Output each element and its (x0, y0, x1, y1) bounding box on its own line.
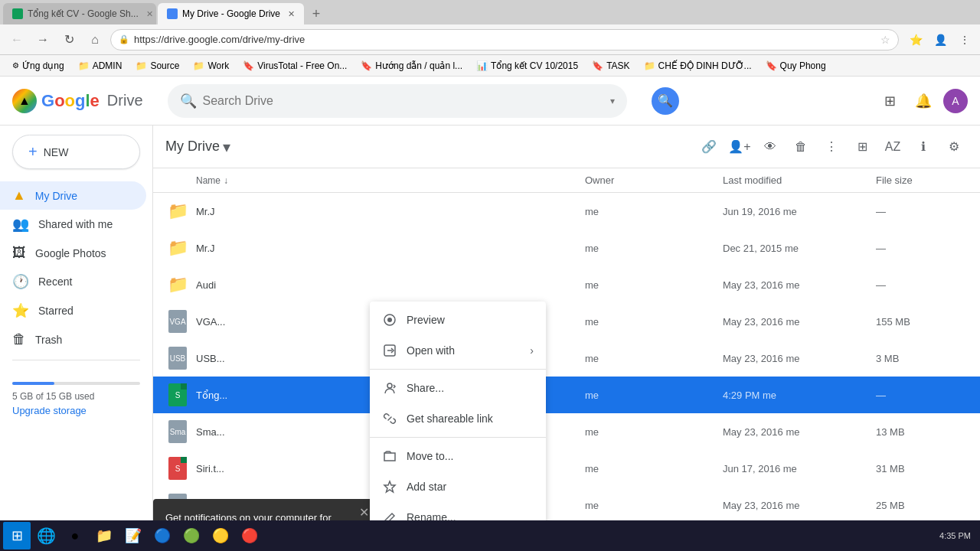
settings-button[interactable]: ⚙ (940, 133, 968, 161)
table-row[interactable]: 📁 Mr.J me Dec 21, 2015 me — (153, 230, 980, 266)
context-menu-item-get-link[interactable]: Get shareable link (370, 403, 546, 434)
bookmark-diet[interactable]: 📁 CHẾ ĐỘ DINH DƯỠ... (638, 59, 758, 73)
table-row[interactable]: S Siri.t... me Jun 17, 2016 me 31 MB (153, 450, 980, 487)
share-link-button[interactable]: 🔗 (695, 133, 723, 161)
tab-sheets[interactable]: Tổng kết CV - Google Sh... ✕ (3, 3, 156, 24)
add-person-button[interactable]: 👤+ (726, 133, 753, 161)
sidebar-item-starred[interactable]: ⭐ Starred (0, 296, 146, 325)
delete-button[interactable]: 🗑 (787, 133, 815, 161)
starred-icon: ⭐ (12, 302, 29, 319)
taskbar-editor-icon[interactable]: 📝 (119, 522, 147, 549)
reload-button[interactable]: ↻ (58, 29, 80, 51)
taskbar-folder-icon[interactable]: 📁 (90, 522, 118, 549)
sidebar: + NEW ▲ My Drive 👥 Shared with me 🖼 Goog… (0, 126, 153, 551)
notifications-icon[interactable]: 🔔 (910, 87, 937, 115)
bookmark-task[interactable]: 🔖 TASK (586, 59, 635, 73)
table-row[interactable]: Sma Sma... me May 23, 2016 me 13 MB (153, 413, 980, 450)
taskbar: ⊞ 🌐 ● 📁 📝 🔵 🟢 🟡 🔴 4:35 PM (0, 520, 980, 551)
sidebar-item-trash[interactable]: 🗑 Trash (0, 325, 146, 354)
task-icon: 🔖 (592, 60, 603, 71)
taskbar-icon6[interactable]: 🟢 (178, 522, 205, 549)
taskbar-icon8[interactable]: 🔴 (236, 522, 263, 549)
context-menu-item-add-star[interactable]: Add star (370, 471, 546, 502)
sheets-file-icon: S (165, 456, 190, 481)
extensions-icon[interactable]: ⭐ (906, 31, 925, 49)
bookmark-star-icon[interactable]: ☆ (880, 34, 890, 46)
bookmark-diet-label: CHẾ ĐỘ DINH DƯỠ... (658, 60, 752, 71)
file-list: 📁 Mr.J me Jun 19, 2016 me — 📁 Mr.J me De… (153, 193, 980, 551)
tab-sheets-close[interactable]: ✕ (146, 9, 153, 19)
bookmark-apps[interactable]: ⚙ Ứng dụng (6, 59, 70, 73)
back-button[interactable]: ← (6, 29, 28, 51)
sheets-file-icon: S (165, 383, 190, 407)
table-row[interactable]: USB USB... me May 23, 2016 me 3 MB (153, 340, 980, 377)
grid-view-button[interactable]: ⊞ (848, 133, 876, 161)
upgrade-storage-button[interactable]: Upgrade storage (12, 402, 140, 419)
profile-icon[interactable]: 👤 (931, 31, 949, 49)
folder-file-icon: 📁 (165, 272, 190, 297)
sidebar-item-my-drive[interactable]: ▲ My Drive (0, 181, 146, 210)
svg-point-3 (387, 383, 392, 388)
context-menu-item-share[interactable]: Share... (370, 373, 546, 403)
sort-button[interactable]: AZ (879, 133, 906, 161)
bookmark-cv[interactable]: 📊 Tổng kết CV 10/2015 (470, 59, 584, 73)
home-button[interactable]: ⌂ (84, 29, 106, 51)
content-toolbar: My Drive ▾ 🔗 👤+ 👁 🗑 ⋮ ⊞ AZ ℹ ⚙ (153, 126, 980, 168)
column-header-name[interactable]: Name ↓ (196, 175, 585, 186)
table-row[interactable]: VGA VGA... me May 23, 2016 me 155 MB (153, 303, 980, 340)
context-menu-item-open-with[interactable]: Open with › (370, 335, 546, 366)
context-menu-divider (370, 369, 546, 370)
my-drive-icon: ▲ (12, 187, 26, 204)
start-button[interactable]: ⊞ (3, 522, 31, 549)
taskbar-icon5[interactable]: 🔵 (149, 522, 176, 549)
storage-bar-fill (12, 382, 54, 385)
address-bar[interactable]: 🔒 https://drive.google.com/drive/my-driv… (110, 29, 899, 51)
table-row[interactable]: 📁 Audi me May 23, 2016 me — (153, 266, 980, 303)
context-menu-divider-2 (370, 437, 546, 438)
breadcrumb-chevron-icon[interactable]: ▾ (223, 138, 230, 156)
table-row[interactable]: S Tổng... me 4:29 PM me — (153, 377, 980, 413)
info-button[interactable]: ℹ (910, 133, 937, 161)
search-input[interactable] (203, 94, 604, 108)
sidebar-item-shared-label: Shared with me (38, 218, 113, 230)
notification-close-button[interactable]: ✕ (359, 505, 369, 520)
tab-drive[interactable]: My Drive - Google Drive ✕ (158, 3, 304, 24)
bookmark-source[interactable]: 📁 Source (129, 59, 185, 73)
preview-button[interactable]: 👁 (756, 133, 784, 161)
file-name: Mr.J (196, 206, 585, 217)
taskbar-chrome-icon[interactable]: ● (61, 522, 89, 549)
bookmark-work[interactable]: 📁 Work (187, 59, 235, 73)
diet-icon: 📁 (644, 60, 655, 71)
menu-icon[interactable]: ⋮ (956, 31, 974, 49)
address-bar-row: ← → ↻ ⌂ 🔒 https://drive.google.com/drive… (0, 24, 980, 55)
sidebar-item-shared[interactable]: 👥 Shared with me (0, 210, 146, 239)
sidebar-item-photos[interactable]: 🖼 Google Photos (0, 239, 146, 267)
taskbar-ie-icon[interactable]: 🌐 (32, 522, 60, 549)
bookmark-virustotal[interactable]: 🔖 VirusTotal - Free On... (237, 59, 353, 73)
apps-grid-icon[interactable]: ⊞ (876, 87, 903, 115)
bookmark-guide[interactable]: 🔖 Hướng dẫn / quản l... (354, 59, 469, 73)
context-menu-item-preview[interactable]: Preview (370, 305, 546, 335)
file-modified: May 23, 2016 me (723, 353, 876, 364)
sidebar-item-photos-label: Google Photos (35, 247, 106, 259)
file-name: Audi (196, 279, 585, 291)
tab-drive-close[interactable]: ✕ (288, 9, 295, 19)
file-owner: me (585, 500, 723, 511)
sidebar-item-recent[interactable]: 🕐 Recent (0, 267, 146, 296)
search-box[interactable]: 🔍 ▾ (168, 84, 627, 118)
bookmark-qp[interactable]: 🔖 Quy Phong (760, 59, 832, 73)
context-menu-get-link-label: Get shareable link (407, 412, 493, 425)
taskbar-icon7[interactable]: 🟡 (207, 522, 234, 549)
context-menu-item-move-to[interactable]: Move to... (370, 441, 546, 471)
user-avatar[interactable]: A (943, 89, 968, 113)
table-row[interactable]: 📁 Mr.J me Jun 19, 2016 me — (153, 193, 980, 230)
sidebar-item-recent-label: Recent (38, 276, 72, 288)
new-button[interactable]: + NEW (12, 135, 140, 169)
new-tab-button[interactable]: + (305, 3, 327, 24)
search-button[interactable]: 🔍 (652, 87, 679, 115)
search-dropdown-icon[interactable]: ▾ (610, 96, 615, 106)
file-modified: Dec 21, 2015 me (723, 243, 876, 254)
forward-button[interactable]: → (32, 29, 54, 51)
more-options-button[interactable]: ⋮ (818, 133, 845, 161)
bookmark-admin[interactable]: 📁 ADMIN (72, 59, 129, 73)
